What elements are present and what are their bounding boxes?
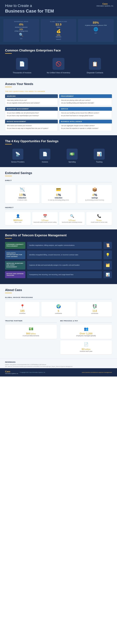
- trusted-card-invoices: 📄 63 million invoices each year: [60, 340, 112, 354]
- wepay-col: WE PROCESS & PAY 👥 Over 1,200 employees …: [60, 320, 112, 354]
- pin-icon: 📍: [7, 304, 38, 309]
- stats-bar: ENTERPRISES SPEND 4% revenue on telecoms…: [0, 16, 117, 44]
- currency-icon: 💱: [79, 304, 110, 309]
- stat-sub-10pct: 10%: [5, 28, 37, 30]
- indirect-val-coding: 1.5 days: [33, 219, 56, 222]
- qa-grid: SOURCING How many carriers do you use? D…: [5, 94, 112, 131]
- indirect-savings-grid: 👤 $60/hour labour costs 📅 1.5 days less/…: [5, 212, 112, 225]
- qa-q1-sourcing: How many carriers do you use?: [7, 100, 56, 102]
- benefit-desc-costsavings: Identifies misapplied billing, unused re…: [27, 250, 102, 259]
- challenges-divider: [5, 53, 12, 54]
- qa-card-bi: BUSINESS INTELLIGENCE Can you aggregate …: [59, 120, 112, 131]
- saving-card-6pct: 💳 6% reduction in costs by eliminating b…: [41, 185, 76, 203]
- benefit-label-contract: STRONGER CONTRACT PROCUREMENT: [5, 242, 25, 249]
- qa-q1-invoice-mgmt: Who tracks and reviews your invoices?: [7, 125, 56, 127]
- indirect-label: INDIRECT: [5, 207, 112, 210]
- no-view-icon: 🚫: [53, 58, 64, 70]
- qa-header-bi: BUSINESS INTELLIGENCE: [59, 120, 112, 124]
- qa-q1-bi: Can you aggregate charges across multipl…: [61, 125, 110, 127]
- challenge-inventory: 🚫 No Unified View of Inventory: [42, 58, 76, 74]
- about-section: About Cass GLOBAL INVOICE PROCESSING 📍 1…: [0, 284, 117, 358]
- reduction-billing-icon: 💳: [43, 187, 74, 192]
- direct-savings-grid: 📉 15% reduction in telecom rates 💳 6% re…: [5, 185, 112, 203]
- assess-section: Assess Your Needs THE KEY QUESTIONS YOU …: [0, 78, 117, 135]
- trusted-val-63m: 63 million: [62, 348, 110, 350]
- stat-source-idc: IDC²: [80, 32, 112, 34]
- benefit-inventory-text: IMPROVED INVENTORY AND ASSET MANAGEMENT: [6, 262, 24, 268]
- search-icon: 🔍: [5, 33, 37, 37]
- challenge-invoices: 📄 Thousands of Invoices: [5, 58, 39, 74]
- wepay-cards: 👥 Over 1,200 employees managed globally …: [60, 325, 112, 354]
- qa-body-service: How are you handling service issues from…: [59, 111, 112, 118]
- benefit-inventory-desc: Captures all data and automatically assi…: [29, 264, 80, 266]
- qa-card-sourcing: SOURCING How many carriers do you use? D…: [5, 94, 58, 106]
- qa-body-sourcing: How many carriers do you use? Do you reg…: [5, 98, 58, 106]
- trusted-card-disbursements: 💵 $60 billion in annual disbursements: [5, 325, 57, 339]
- phone-icon: 📞: [88, 214, 111, 218]
- benefit-tracking-desc: Transparency into recurring, non-recurri…: [29, 274, 73, 276]
- qa-q1-service: How are you handling service issues from…: [61, 112, 110, 114]
- opp-divider: [5, 144, 12, 144]
- stat-accent-4pct: 4%: [5, 23, 37, 26]
- ref-1: Gartner: www.gartner.com/en/reports/item…: [5, 364, 112, 366]
- global-val-continents: 6: [43, 310, 74, 312]
- trusted-sub-employees: employees managed globally: [62, 335, 110, 337]
- stat-label-global-it: GLOBAL IT SPEND IN 2020: [42, 21, 75, 22]
- saving-pct-6: 6%: [43, 193, 74, 197]
- stat-card-cst: ENTERPRISES SPEND 4% revenue on telecoms…: [3, 19, 39, 42]
- assess-divider: [5, 87, 12, 87]
- footer-logo-sub: Information Systems, Inc.: [5, 373, 18, 374]
- qa-card-service: SERVICE How are you handling service iss…: [59, 107, 112, 118]
- refs-title: REFERENCES: [5, 361, 112, 363]
- ref-2: IDC: www.idc.com/research/viewtoc.jsp?co…: [5, 366, 112, 368]
- qa-q2-service: Do you have local teams to manage global…: [61, 115, 110, 117]
- challenge-contracts: 📋 Disparate Contracts: [78, 58, 112, 74]
- footer-logo: Cass Information Systems, Inc. © copyrig…: [5, 370, 45, 374]
- inventory-icon: 🗂️: [104, 261, 112, 270]
- challenges-section: Common Challenges Enterprises Face 📄 Tho…: [0, 44, 117, 78]
- logo-sub-text: Information Systems, Inc.: [96, 5, 114, 7]
- qa-body-inventory: Do you have visibility over all active/i…: [5, 111, 58, 118]
- stat-desc-billing: of that on billing errors: [5, 30, 37, 32]
- global-card-currencies: 💱 114 currencies: [77, 302, 112, 316]
- stat-card-gartner: GLOBAL IT SPEND IN 2020 $3.9 trillion 💰 …: [41, 19, 76, 42]
- trusted-val-60b: $60 billion: [7, 332, 55, 335]
- benefit-tracking-text: INVOICE AND EXPENSE TRACKING: [6, 273, 24, 276]
- stat-source-gartner: Gartner®: [42, 39, 75, 40]
- qa-body-procurement: How are you placing orders with your car…: [59, 98, 112, 106]
- challenges-grid: 📄 Thousands of Invoices 🚫 No Unified Vie…: [5, 58, 112, 74]
- review-icon: 🔍: [61, 214, 84, 218]
- stat-desc-outsource: of global enterprises outsource TEM: [80, 24, 112, 26]
- opp-service-providers: 📡 Service Providers: [5, 149, 31, 163]
- indirect-val-service: 5 days: [88, 219, 111, 222]
- saving-card-4pct: 📦 4% savings by eliminating unused inven…: [77, 185, 112, 203]
- employees-icon: 👥: [62, 327, 110, 331]
- invoices-count-icon: 📄: [62, 342, 110, 347]
- page-header: Cass Information Systems, Inc. How to Cr…: [0, 0, 117, 16]
- earth-icon: 🌍: [43, 304, 74, 309]
- stat-sub-13pct: 13%: [42, 34, 75, 36]
- trusted-card-employees: 👥 Over 1,200 employees managed globally: [60, 325, 112, 339]
- benefits-divider: [5, 238, 12, 238]
- qa-q2-procurement: Are you handling testing and deployment …: [61, 102, 110, 104]
- savings-section: Estimated Savings DIRECT 📉 15% reduction…: [0, 167, 117, 230]
- trusted-val-employees: Over 1,200: [62, 332, 110, 335]
- global-val-currencies: 114: [79, 310, 110, 312]
- page-title: How to Create a Business Case for TEM: [5, 4, 112, 14]
- benefits-title: Benefits of Telecom Expense Management: [5, 234, 112, 237]
- indirect-desc-labour: labour costs: [6, 222, 29, 223]
- stat-desc-revenue: revenue on telecoms: [5, 26, 37, 28]
- opp-label-service-providers: Service Providers: [5, 161, 31, 163]
- benefit-costsavings-text: HIGHLIGHTS OPPORTUNITIES FOR COST-SAVING…: [6, 252, 24, 258]
- stat-desc-telecoms: telecoms: [42, 36, 75, 38]
- saving-desc-inventory: by eliminating unused inventory: [79, 199, 110, 201]
- indirect-desc-coding: less/month spent invoice account coding: [33, 222, 56, 223]
- about-title: About Cass: [5, 288, 112, 292]
- benefit-contract-text: STRONGER CONTRACT PROCUREMENT: [6, 244, 24, 247]
- reduction-telecom-icon: 📉: [7, 187, 38, 192]
- stat-accent-39b: $3.9: [42, 23, 75, 26]
- spending-icon: 💵: [67, 149, 78, 160]
- saving-pct-15: 15%: [7, 193, 38, 197]
- qa-header-procurement: PROCUREMENT: [59, 94, 112, 98]
- labour-icon: 👤: [6, 214, 29, 218]
